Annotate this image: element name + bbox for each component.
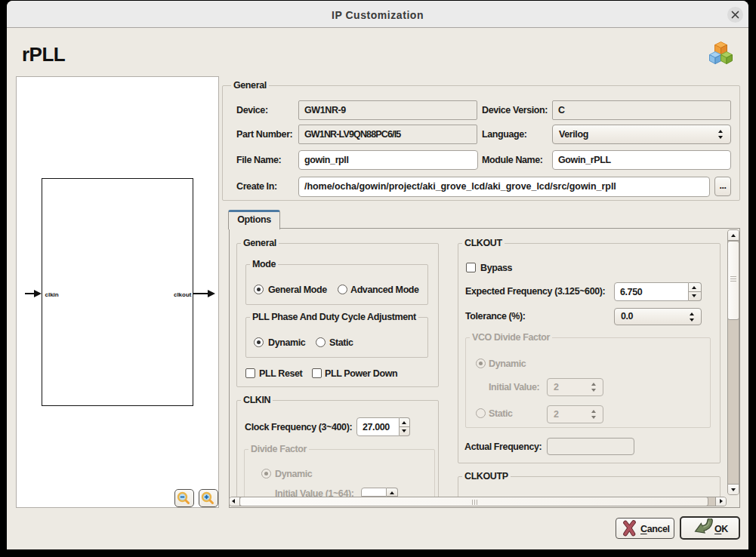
svg-text:clkout: clkout: [174, 291, 192, 298]
svg-text:clkin: clkin: [45, 291, 59, 298]
